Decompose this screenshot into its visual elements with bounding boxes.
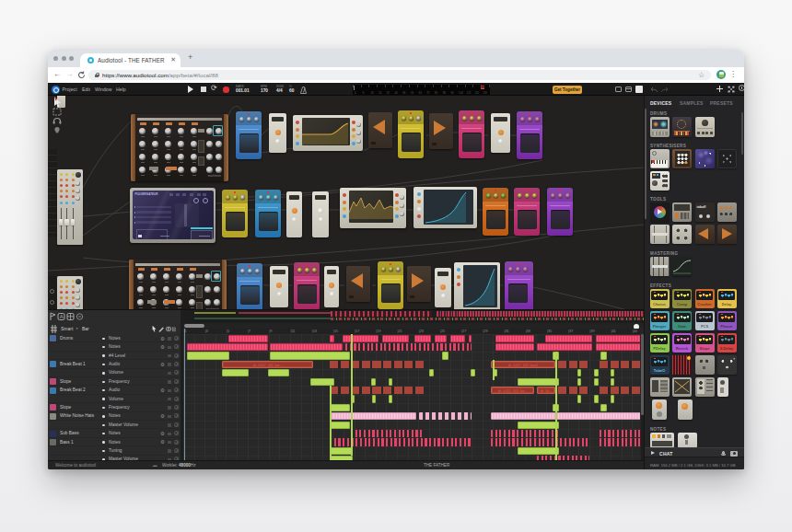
svg-text:A: A [60, 314, 64, 319]
